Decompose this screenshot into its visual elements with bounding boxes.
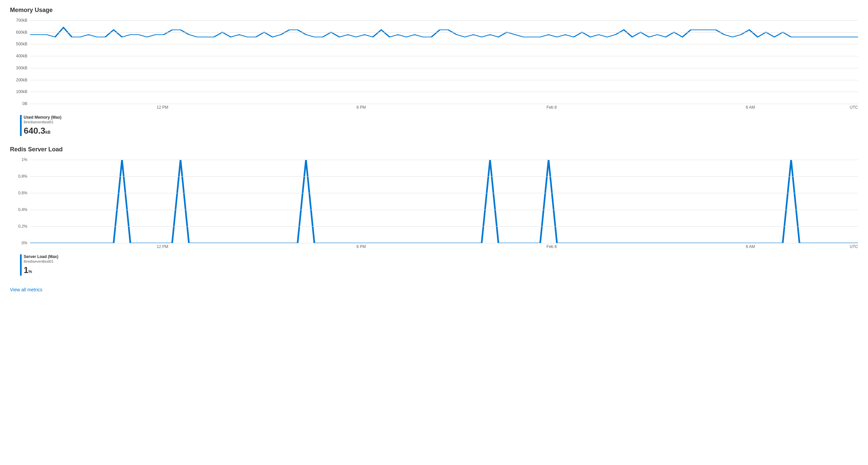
x-tick-label: 6 PM: [356, 105, 366, 110]
chart-body: 1%0.8%0.6%0.4%0.2%0%: [10, 160, 858, 243]
y-tick-label: 100kB: [16, 89, 27, 94]
chart-title: Redis Server Load: [10, 146, 858, 153]
grid-line: [30, 176, 858, 177]
legend-value: 640.3kB: [24, 125, 61, 136]
chart-title: Memory Usage: [10, 7, 858, 14]
y-tick-label: 200kB: [16, 78, 27, 82]
y-tick-label: 0%: [22, 241, 27, 245]
x-tick-label: 6 PM: [356, 244, 366, 249]
chart-memory-usage: Memory Usage 700kB600kB500kB400kB300kB20…: [10, 7, 858, 136]
grid-line: [30, 32, 858, 33]
y-tick-label: 0.6%: [18, 191, 27, 195]
plot-area[interactable]: [30, 160, 858, 243]
x-axis-labels: UTC 12 PM6 PMFeb 86 AM: [30, 243, 858, 251]
legend-metric-name: Server Load (Max): [24, 254, 58, 259]
timezone-label: UTC: [850, 244, 858, 249]
y-tick-label: 600kB: [16, 30, 27, 35]
grid-line: [30, 44, 858, 44]
grid-line: [30, 80, 858, 80]
timezone-label: UTC: [850, 105, 858, 110]
y-tick-label: 400kB: [16, 54, 27, 58]
grid-line: [30, 56, 858, 56]
line-svg: [30, 20, 858, 104]
y-tick-label: 0.2%: [18, 224, 27, 229]
legend-metric-name: Used Memory (Max): [24, 115, 61, 120]
y-tick-label: 700kB: [16, 18, 27, 23]
x-tick-label: 6 AM: [746, 105, 755, 110]
legend-color-bar: [20, 254, 22, 275]
y-axis-labels: 1%0.8%0.6%0.4%0.2%0%: [10, 160, 30, 243]
grid-line: [30, 210, 858, 210]
legend: Used Memory (Max) lbrediseventtest01 640…: [20, 115, 858, 136]
legend-resource-name: lbrediseventtest01: [24, 120, 61, 125]
x-tick-label: 12 PM: [157, 244, 168, 249]
line-svg: [30, 160, 858, 243]
x-tick-label: 6 AM: [746, 244, 755, 249]
legend-value: 1%: [24, 265, 58, 276]
y-tick-label: 0.4%: [18, 207, 27, 212]
y-tick-label: 0B: [22, 101, 27, 106]
x-tick-label: Feb 8: [547, 244, 557, 249]
y-tick-label: 1%: [22, 157, 27, 162]
y-tick-label: 0.8%: [18, 174, 27, 179]
grid-line: [30, 68, 858, 68]
grid-line: [30, 226, 858, 227]
grid-line: [30, 193, 858, 193]
legend: Server Load (Max) lbrediseventtest01 1%: [20, 254, 858, 275]
plot-area[interactable]: [30, 20, 858, 104]
chart-redis-server-load: Redis Server Load 1%0.8%0.6%0.4%0.2%0% U…: [10, 146, 858, 275]
x-tick-label: Feb 8: [547, 105, 557, 110]
grid-line: [30, 92, 858, 92]
legend-color-bar: [20, 115, 22, 136]
chart-body: 700kB600kB500kB400kB300kB200kB100kB0B: [10, 20, 858, 104]
legend-resource-name: lbrediseventtest01: [24, 259, 58, 264]
y-tick-label: 300kB: [16, 66, 27, 70]
x-tick-label: 12 PM: [157, 105, 168, 110]
view-all-metrics-link[interactable]: View all metrics: [10, 287, 42, 292]
grid-line: [30, 20, 858, 21]
x-axis-labels: UTC 12 PM6 PMFeb 86 AM: [30, 104, 858, 112]
y-axis-labels: 700kB600kB500kB400kB300kB200kB100kB0B: [10, 20, 30, 104]
y-tick-label: 500kB: [16, 42, 27, 46]
grid-line: [30, 160, 858, 160]
